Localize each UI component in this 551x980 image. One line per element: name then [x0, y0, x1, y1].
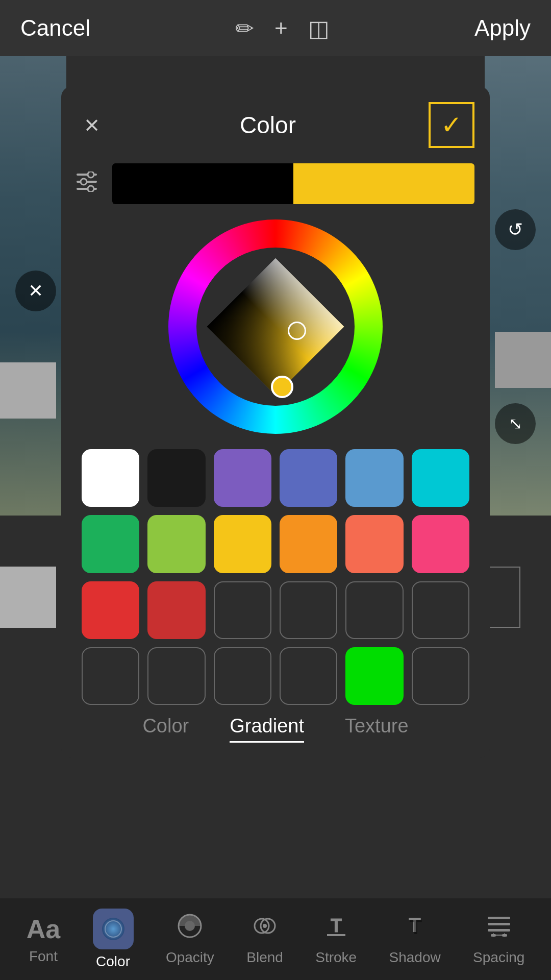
stroke-icon: T — [323, 913, 349, 945]
tab-gradient[interactable]: Gradient — [230, 715, 304, 743]
bg-right-image — [485, 56, 551, 516]
swatch-indigo[interactable] — [280, 449, 337, 507]
close-left-button[interactable]: ✕ — [15, 271, 56, 311]
swatch-empty-1[interactable] — [214, 581, 271, 639]
spacing-icon — [486, 913, 512, 945]
nav-item-opacity[interactable]: Opacity — [166, 913, 214, 966]
apply-button[interactable]: Apply — [474, 15, 531, 41]
tab-texture[interactable]: Texture — [345, 715, 409, 743]
shadow-label: Shadow — [389, 949, 441, 966]
swatch-empty-8[interactable] — [280, 647, 337, 705]
swatches-grid — [77, 449, 474, 705]
swatch-blue[interactable] — [345, 449, 403, 507]
opacity-icon — [177, 913, 203, 945]
swatch-empty-3[interactable] — [345, 581, 403, 639]
color-panel: × Color ✓ — [61, 87, 490, 758]
svg-text:T: T — [331, 915, 342, 936]
svg-point-13 — [263, 924, 267, 928]
blend-icon — [252, 913, 278, 945]
split-view-icon[interactable]: ◫ — [308, 15, 330, 41]
panel-title: Color — [240, 111, 296, 139]
color-label: Color — [96, 953, 130, 970]
rotate-button[interactable]: ↺ — [495, 209, 536, 250]
color-circle-icon — [101, 917, 126, 941]
swatch-white[interactable] — [82, 449, 139, 507]
swatch-lime[interactable] — [147, 515, 205, 573]
right-resize-handle[interactable] — [495, 332, 551, 388]
bottom-left-thumbnail — [0, 567, 56, 628]
top-bar-icons: ✏ + ◫ — [235, 15, 330, 41]
color-bar-row — [77, 163, 474, 204]
left-resize-handle[interactable] — [0, 362, 56, 419]
swatch-red1[interactable] — [82, 581, 139, 639]
svg-rect-18 — [488, 917, 510, 919]
swatch-salmon[interactable] — [345, 515, 403, 573]
blend-label: Blend — [246, 949, 283, 966]
svg-rect-15 — [327, 934, 345, 936]
nav-item-blend[interactable]: Blend — [246, 913, 283, 966]
swatch-empty-2[interactable] — [280, 581, 337, 639]
swatch-empty-9[interactable] — [412, 647, 469, 705]
panel-header: × Color ✓ — [77, 102, 474, 148]
svg-rect-19 — [488, 923, 510, 925]
swatch-pink[interactable] — [412, 515, 469, 573]
nav-item-color[interactable]: Color — [93, 909, 134, 970]
stroke-label: Stroke — [315, 949, 357, 966]
color-preview-bar[interactable] — [112, 163, 474, 204]
nav-item-font[interactable]: Aa Font — [27, 914, 60, 965]
nav-item-shadow[interactable]: T T Shadow — [389, 913, 441, 966]
panel-confirm-button[interactable]: ✓ — [429, 102, 474, 148]
nav-item-stroke[interactable]: T Stroke — [315, 913, 357, 966]
mode-tabs: Color Gradient Texture — [77, 715, 474, 743]
bottom-nav: Aa Font Color Opa — [0, 898, 551, 980]
color-preview-new — [293, 163, 474, 204]
swatch-yellow[interactable] — [214, 515, 271, 573]
svg-point-5 — [88, 186, 94, 192]
font-label: Font — [29, 948, 58, 965]
spacing-label: Spacing — [473, 949, 524, 966]
swatch-empty-7[interactable] — [214, 647, 271, 705]
svg-point-10 — [185, 921, 195, 931]
swatch-purple[interactable] — [214, 449, 271, 507]
svg-point-4 — [81, 179, 87, 185]
svg-point-3 — [88, 172, 94, 178]
color-icon-bg — [93, 909, 134, 949]
color-wheel-container[interactable] — [77, 219, 474, 434]
shadow-icon: T T — [402, 913, 428, 945]
swatch-black[interactable] — [147, 449, 205, 507]
add-icon[interactable]: + — [274, 15, 288, 41]
swatch-empty-5[interactable] — [82, 647, 139, 705]
swatch-empty-4[interactable] — [412, 581, 469, 639]
eraser-icon[interactable]: ✏ — [235, 15, 254, 41]
swatch-green[interactable] — [82, 515, 139, 573]
font-icon: Aa — [27, 914, 60, 944]
hue-indicator[interactable] — [271, 376, 293, 398]
scale-button[interactable]: ⤡ — [495, 403, 536, 444]
nav-item-spacing[interactable]: Spacing — [473, 913, 524, 966]
color-preview-current — [112, 163, 293, 204]
cancel-button[interactable]: Cancel — [20, 15, 90, 41]
color-wheel[interactable] — [168, 219, 383, 434]
swatch-orange[interactable] — [280, 515, 337, 573]
panel-close-button[interactable]: × — [77, 110, 107, 140]
checkmark-icon: ✓ — [441, 110, 462, 140]
tab-color[interactable]: Color — [142, 715, 189, 743]
swatch-cyan[interactable] — [412, 449, 469, 507]
svg-text:T: T — [410, 916, 422, 938]
brightness-indicator[interactable] — [288, 322, 306, 340]
swatch-empty-6[interactable] — [147, 647, 205, 705]
svg-rect-20 — [488, 929, 510, 932]
swatch-bright-green[interactable] — [345, 647, 403, 705]
settings-icon[interactable] — [77, 172, 102, 197]
top-bar: Cancel ✏ + ◫ Apply — [0, 0, 551, 56]
opacity-label: Opacity — [166, 949, 214, 966]
swatch-red2[interactable] — [147, 581, 205, 639]
